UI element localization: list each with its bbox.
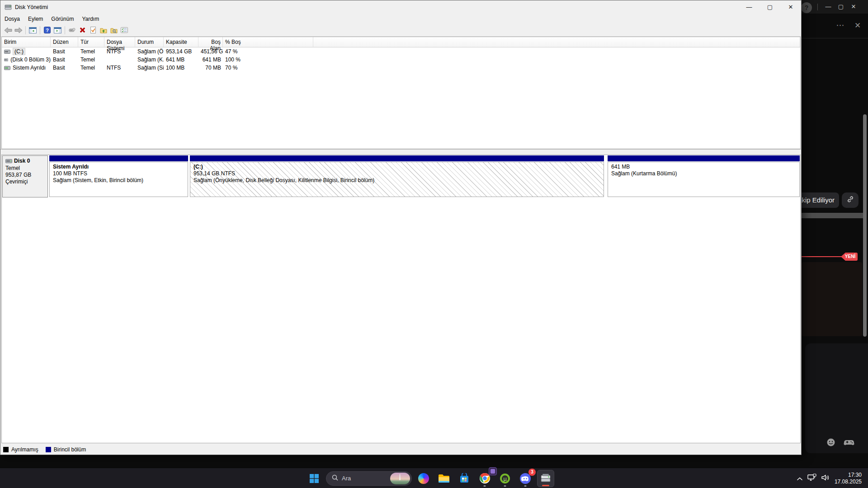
- partition-color-bar: [190, 155, 604, 161]
- cell-type: Temel: [78, 48, 104, 55]
- disk-management-app-icon: [5, 4, 12, 10]
- delete-volume-icon[interactable]: [77, 25, 88, 35]
- action-pane-icon[interactable]: [52, 25, 63, 35]
- check-document-icon[interactable]: [88, 25, 98, 35]
- cell-free: 451,56 GB: [198, 48, 223, 55]
- start-button[interactable]: [306, 470, 323, 487]
- titlebar-divider: [817, 4, 818, 10]
- volume-row-bolum3[interactable]: (Disk 0 Bölüm 3) Basit Temel Sağlam (K..…: [2, 56, 800, 64]
- partition-color-bar: [49, 155, 188, 161]
- partition-status: Sağlam (Kurtarma Bölümü): [611, 170, 796, 177]
- close-button[interactable]: ✕: [780, 0, 801, 14]
- clock[interactable]: 17:30 17.08.2025: [835, 472, 862, 485]
- column-birim[interactable]: Birim: [2, 37, 51, 47]
- search-highlight-image[interactable]: [390, 473, 410, 484]
- partition-status: Sağlam (Sistem, Etkin, Birincil bölüm): [53, 177, 184, 184]
- scrollbar-thumb[interactable]: [863, 114, 867, 337]
- column-durum[interactable]: Durum: [135, 37, 164, 47]
- window-title: Disk Yönetimi: [15, 4, 48, 10]
- disk-management-taskbar-icon[interactable]: [537, 470, 554, 487]
- link-button[interactable]: [842, 192, 859, 208]
- panel-divider: [802, 38, 868, 38]
- partition-size: 953,14 GB NTFS: [193, 170, 600, 177]
- running-indicator: [504, 485, 506, 487]
- bg-maximize-button[interactable]: ▢: [835, 0, 847, 14]
- panel-more-button[interactable]: ⋯: [834, 20, 847, 32]
- partition-sistem-ayrildi[interactable]: Sistem Ayrıldı 100 MB NTFS Sağlam (Siste…: [49, 155, 188, 197]
- disk0-size: 953,87 GB: [5, 172, 45, 178]
- volume-row-sistem[interactable]: Sistem Ayrıldı Basit Temel NTFS Sağlam (…: [2, 64, 800, 72]
- bg-close-button[interactable]: ✕: [847, 0, 860, 14]
- column-tur[interactable]: Tür: [78, 37, 104, 47]
- folder-up-icon[interactable]: [98, 25, 108, 35]
- volume-list: Birim Düzen Tür Dosya Sistemi Durum Kapa…: [1, 37, 801, 149]
- volume-name: (Disk 0 Bölüm 3): [10, 56, 51, 63]
- back-icon[interactable]: [3, 25, 13, 35]
- utorrent-icon[interactable]: µ: [496, 470, 514, 487]
- link-icon: [847, 196, 854, 205]
- emoji-icon[interactable]: [826, 438, 835, 449]
- pane-splitter[interactable]: [0, 149, 801, 155]
- console-tree-icon[interactable]: [28, 25, 38, 35]
- network-icon[interactable]: [807, 474, 816, 483]
- file-explorer-icon[interactable]: [435, 470, 453, 487]
- cell-status: Sağlam (K...: [135, 56, 164, 63]
- disk0-info-box[interactable]: Disk 0 Temel 953,87 GB Çevrimiçi: [2, 155, 48, 197]
- volume-row-c[interactable]: (C:) Basit Temel NTFS Sağlam (Ö... 953,1…: [2, 47, 800, 56]
- search-box[interactable]: Ara: [326, 471, 412, 486]
- bg-minimize-button[interactable]: —: [822, 0, 835, 14]
- column-bos-alan[interactable]: Boş Alan: [198, 37, 223, 47]
- cell-capacity: 100 MB: [164, 65, 198, 71]
- menu-dosya[interactable]: Dosya: [0, 14, 24, 23]
- copilot-icon[interactable]: [415, 470, 432, 487]
- cell-layout: Basit: [51, 56, 78, 63]
- highlighted-message-panel: [802, 262, 862, 336]
- forward-icon[interactable]: [13, 25, 24, 35]
- volume-list-header: Birim Düzen Tür Dosya Sistemi Durum Kapa…: [2, 37, 800, 47]
- column-pct-bos[interactable]: % Boş: [223, 37, 313, 47]
- column-dosya-sistemi[interactable]: Dosya Sistemi: [104, 37, 135, 47]
- volume-icon: [4, 58, 8, 62]
- partition-recovery[interactable]: 641 MB Sağlam (Kurtarma Bölümü): [608, 155, 800, 197]
- volume-icon: [4, 50, 10, 54]
- partition-size: 100 MB NTFS: [53, 170, 184, 177]
- disk0-status: Çevrimiçi: [5, 178, 45, 185]
- chrome-extension-badge: [489, 467, 497, 475]
- disk0-type: Temel: [5, 165, 45, 172]
- menu-yardim[interactable]: Yardım: [78, 14, 103, 23]
- column-kapasite[interactable]: Kapasite: [164, 37, 198, 47]
- search-placeholder: Ara: [342, 475, 387, 482]
- disk-icon: [5, 159, 12, 164]
- minimize-button[interactable]: —: [739, 0, 760, 14]
- legend-swatch-primary: [46, 447, 51, 452]
- column-duzen[interactable]: Düzen: [51, 37, 78, 47]
- properties-icon[interactable]: [119, 25, 129, 35]
- help-icon[interactable]: ?: [42, 25, 52, 35]
- discord-icon[interactable]: 3: [517, 470, 534, 487]
- cell-pct-free: 70 %: [223, 65, 313, 71]
- tray-date: 17.08.2025: [835, 479, 862, 485]
- cell-layout: Basit: [51, 65, 78, 71]
- graphical-view-pane: [1, 155, 801, 443]
- menu-eylem[interactable]: Eylem: [24, 14, 47, 23]
- menu-gorunum[interactable]: Görünüm: [47, 14, 78, 23]
- microsoft-store-icon[interactable]: [456, 470, 473, 487]
- chrome-icon[interactable]: [476, 470, 493, 487]
- folder-find-icon[interactable]: [108, 25, 119, 35]
- game-controller-icon[interactable]: [844, 438, 854, 448]
- cell-status: Sağlam (Ö...: [135, 48, 164, 55]
- legend-unallocated: Ayrılmamış: [3, 446, 38, 453]
- maximize-button[interactable]: ▢: [760, 0, 780, 14]
- new-badge[interactable]: YENİ: [841, 253, 858, 261]
- cell-pct-free: 100 %: [223, 56, 313, 63]
- partition-name: (C:): [193, 164, 600, 170]
- partition-c[interactable]: (C:) 953,14 GB NTFS Sağlam (Önyükleme, D…: [190, 155, 604, 197]
- title-bar[interactable]: Disk Yönetimi — ▢ ✕: [0, 0, 801, 14]
- cell-status: Sağlam (Si...: [135, 65, 164, 71]
- tray-chevron-up-icon[interactable]: [797, 474, 803, 483]
- cell-fs: NTFS: [104, 65, 135, 71]
- volume-speaker-icon[interactable]: [821, 474, 830, 483]
- help-circle-icon[interactable]: ?: [801, 2, 812, 13]
- cell-fs: NTFS: [104, 48, 135, 55]
- panel-close-button[interactable]: ✕: [852, 20, 863, 32]
